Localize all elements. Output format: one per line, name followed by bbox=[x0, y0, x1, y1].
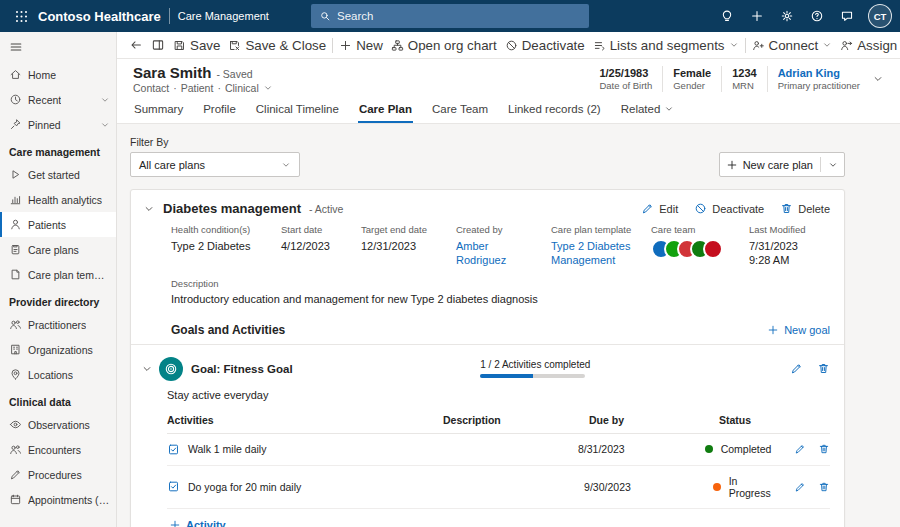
breadcrumb-item-contact[interactable]: Contact bbox=[133, 82, 169, 94]
target-icon bbox=[164, 362, 178, 376]
add-activity-button[interactable]: Activity bbox=[167, 509, 830, 527]
cmd-save[interactable]: Save bbox=[169, 35, 224, 56]
sidebar-item-label: Patients bbox=[28, 219, 66, 231]
edit-activity-icon[interactable] bbox=[794, 443, 806, 455]
action-label: Edit bbox=[659, 203, 678, 215]
action-label: Delete bbox=[798, 203, 830, 215]
search-input[interactable] bbox=[337, 10, 581, 22]
cmd-deactivate[interactable]: Deactivate bbox=[501, 35, 589, 56]
plus-button[interactable] bbox=[742, 0, 772, 32]
cmd-new[interactable]: New bbox=[335, 35, 387, 56]
bulb-icon bbox=[720, 9, 734, 23]
activity-name: Walk 1 mile daily bbox=[188, 443, 266, 455]
stat-value[interactable]: Adrian King bbox=[778, 67, 860, 81]
sidebar-item-encounters[interactable]: Encounters bbox=[0, 437, 116, 462]
sidebar-item-pinned[interactable]: Pinned bbox=[0, 112, 116, 137]
column-header-activities: Activities bbox=[167, 414, 443, 426]
app-body: Home Recent Pinned Care management Get s… bbox=[0, 32, 900, 527]
divider bbox=[820, 157, 821, 172]
topbar-search[interactable] bbox=[311, 4, 589, 28]
sidebar-item-patients[interactable]: Patients bbox=[0, 212, 116, 237]
edit-goal-icon[interactable] bbox=[790, 362, 803, 375]
back-button[interactable] bbox=[125, 35, 147, 55]
chevron-down-icon bbox=[822, 40, 832, 50]
stat-label: Gender bbox=[673, 80, 711, 91]
cmd-save-close[interactable]: Save & Close bbox=[224, 35, 330, 56]
sidebar-item-observations[interactable]: Observations bbox=[0, 412, 116, 437]
sidebar-item-appointments-emr[interactable]: Appointments (EMR) bbox=[0, 487, 116, 512]
delete-care-plan-button[interactable]: Delete bbox=[780, 202, 830, 215]
save-icon bbox=[173, 39, 186, 52]
field-label: Health condition(s) bbox=[171, 224, 271, 235]
tab-label: Linked records (2) bbox=[508, 103, 601, 115]
cmd-connect[interactable]: Connect bbox=[748, 35, 837, 56]
feedback-button[interactable] bbox=[832, 0, 862, 32]
new-goal-button[interactable]: New goal bbox=[767, 324, 830, 336]
care-team-avatar[interactable] bbox=[703, 239, 723, 259]
tab-clinical-timeline[interactable]: Clinical Timeline bbox=[255, 97, 340, 123]
sidebar-item-label: Care plans bbox=[28, 244, 79, 256]
cmd-assign[interactable]: Assign bbox=[836, 35, 900, 56]
clipboard-icon bbox=[9, 243, 22, 256]
open-record-pane-button[interactable] bbox=[147, 35, 169, 55]
user-avatar[interactable]: CT bbox=[868, 4, 892, 28]
sidebar-item-label: Get started bbox=[28, 169, 80, 181]
deactivate-care-plan-button[interactable]: Deactivate bbox=[694, 202, 764, 215]
field-value: 4/12/2023 bbox=[281, 239, 351, 253]
gear-button[interactable] bbox=[772, 0, 802, 32]
delete-activity-icon[interactable] bbox=[818, 443, 830, 455]
chevron-down-icon[interactable] bbox=[263, 83, 273, 93]
breadcrumb-item-clinical[interactable]: Clinical bbox=[225, 82, 259, 94]
sidebar-item-locations[interactable]: Locations bbox=[0, 362, 116, 387]
care-team-avatars[interactable] bbox=[651, 239, 739, 259]
goal-description: Stay active everyday bbox=[131, 383, 844, 403]
edit-care-plan-button[interactable]: Edit bbox=[641, 202, 678, 215]
sidebar-item-label: Organizations bbox=[28, 344, 93, 356]
new-goal-label: New goal bbox=[784, 324, 830, 336]
header-expand-button[interactable] bbox=[870, 71, 886, 87]
sidebar-item-care-plans[interactable]: Care plans bbox=[0, 237, 116, 262]
sidebar-item-label: Appointments (EMR) bbox=[28, 494, 110, 506]
tab-care-team[interactable]: Care Team bbox=[431, 97, 489, 123]
cmd-open-org-chart[interactable]: Open org chart bbox=[387, 35, 501, 56]
tab-profile[interactable]: Profile bbox=[202, 97, 237, 123]
field-value: 12/31/2023 bbox=[361, 239, 446, 253]
tab-summary[interactable]: Summary bbox=[133, 97, 184, 123]
sidebar-item-care-plan-templates[interactable]: Care plan templates bbox=[0, 262, 116, 287]
delete-goal-icon[interactable] bbox=[817, 362, 830, 375]
sidebar-item-label: Encounters bbox=[28, 444, 81, 456]
sidebar-item-label: Recent bbox=[28, 94, 61, 106]
new-care-plan-button[interactable]: New care plan bbox=[719, 152, 845, 177]
app-launcher-button[interactable] bbox=[6, 0, 36, 32]
tab-care-plan[interactable]: Care Plan bbox=[358, 97, 413, 123]
care-plan-title: Diabetes management bbox=[163, 201, 301, 216]
delete-activity-icon[interactable] bbox=[818, 481, 830, 493]
action-label: Deactivate bbox=[712, 203, 764, 215]
cmd-lists-and-segments[interactable]: Lists and segments bbox=[589, 35, 743, 56]
field-value[interactable]: Type 2 Diabetes Management bbox=[551, 239, 641, 268]
sidebar-item-procedures[interactable]: Procedures bbox=[0, 462, 116, 487]
status-label: Completed bbox=[721, 443, 772, 455]
sidebar-item-get-started[interactable]: Get started bbox=[0, 162, 116, 187]
sidebar-item-organizations[interactable]: Organizations bbox=[0, 337, 116, 362]
breadcrumb-item-patient[interactable]: Patient bbox=[181, 82, 214, 94]
care-plan-filter-select[interactable]: All care plans bbox=[130, 152, 300, 177]
collapse-card-chevron-icon[interactable] bbox=[143, 203, 155, 215]
chevron-down-icon[interactable] bbox=[828, 160, 838, 170]
tab-linked-records-2[interactable]: Linked records (2) bbox=[507, 97, 602, 123]
sidebar-item-home[interactable]: Home bbox=[0, 62, 116, 87]
help-button[interactable] bbox=[802, 0, 832, 32]
sidebar-toggle-button[interactable] bbox=[0, 32, 116, 62]
sidebar-item-practitioners[interactable]: Practitioners bbox=[0, 312, 116, 337]
field-value[interactable]: Amber Rodriguez bbox=[456, 239, 541, 268]
sidebar-item-health-analytics[interactable]: Health analytics bbox=[0, 187, 116, 212]
app-brand[interactable]: Contoso Healthcare bbox=[38, 9, 161, 24]
edit-activity-icon[interactable] bbox=[794, 481, 806, 493]
tab-related[interactable]: Related bbox=[620, 97, 676, 123]
sidebar: Home Recent Pinned Care management Get s… bbox=[0, 32, 117, 527]
status-label: In Progress bbox=[729, 475, 771, 499]
field-label: Start date bbox=[281, 224, 351, 235]
bulb-button[interactable] bbox=[712, 0, 742, 32]
sidebar-item-recent[interactable]: Recent bbox=[0, 87, 116, 112]
collapse-goal-chevron-icon[interactable] bbox=[141, 363, 153, 375]
